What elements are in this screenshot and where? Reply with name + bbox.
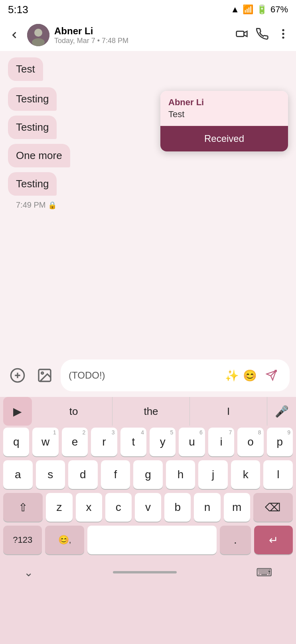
- tooltip-header: Abner Li Test: [160, 91, 288, 126]
- suggestions-expand-button[interactable]: ▶: [3, 397, 32, 426]
- message-input-text[interactable]: (TODO!): [69, 370, 221, 381]
- header-actions: [235, 27, 290, 43]
- message-input-field[interactable]: (TODO!) ✨ 😊: [61, 359, 290, 391]
- svg-point-4: [282, 29, 284, 31]
- space-key[interactable]: [87, 526, 217, 554]
- avatar[interactable]: [27, 24, 49, 46]
- tooltip-action-label: Received: [204, 133, 244, 144]
- keyboard-row-1: q w1 e2 r3 t4 y5 u6 i7 o8 p9: [0, 426, 296, 458]
- battery-percent: 67%: [270, 4, 288, 15]
- key-j[interactable]: j: [198, 460, 228, 489]
- more-options-button[interactable]: [277, 27, 290, 43]
- key-s[interactable]: s: [36, 460, 65, 489]
- svg-point-9: [41, 372, 43, 374]
- key-d[interactable]: d: [68, 460, 98, 489]
- dot-key[interactable]: .: [220, 526, 251, 554]
- message-row: Testing: [8, 172, 288, 199]
- key-t[interactable]: t4: [120, 428, 146, 456]
- message-timestamp: 7:49 PM: [16, 200, 45, 210]
- suggestions-row: ▶ to the I 🎤: [0, 397, 296, 426]
- key-g[interactable]: g: [133, 460, 163, 489]
- shift-key[interactable]: ⇧: [3, 493, 43, 522]
- contact-info: Abner Li Today, Mar 7 • 7:48 PM: [54, 26, 231, 45]
- collapse-keyboard-button[interactable]: ⌄: [24, 566, 33, 579]
- keyboard-row-4: ?123 😊, . ↵: [0, 524, 296, 556]
- key-a[interactable]: a: [3, 460, 33, 489]
- enter-key[interactable]: ↵: [254, 526, 293, 554]
- keyboard-bottom-bar: ⌄ ⌨: [0, 556, 296, 588]
- tooltip-sender: Abner Li: [168, 97, 280, 108]
- key-m[interactable]: m: [224, 493, 250, 522]
- chat-subtitle: Today, Mar 7 • 7:48 PM: [54, 37, 231, 45]
- key-c[interactable]: c: [105, 493, 132, 522]
- key-h[interactable]: h: [166, 460, 195, 489]
- backspace-key[interactable]: ⌫: [253, 493, 293, 522]
- key-i[interactable]: i7: [208, 428, 234, 456]
- key-r[interactable]: r3: [91, 428, 117, 456]
- contact-name: Abner Li: [54, 26, 231, 37]
- key-y[interactable]: y5: [150, 428, 176, 456]
- key-p[interactable]: p9: [267, 428, 293, 456]
- svg-point-5: [282, 33, 284, 35]
- keyboard: ▶ to the I 🎤 q w1 e2 r3 t4 y5 u6 i7 o8 p…: [0, 397, 296, 644]
- key-o[interactable]: o8: [237, 428, 263, 456]
- attach-plus-button[interactable]: [6, 364, 29, 387]
- timestamp-row: 7:49 PM 🔒: [16, 200, 288, 210]
- chat-area: Test Abner Li Test Received Testing Test…: [0, 51, 296, 354]
- status-bar: 5:13 ▲ 📶 🔋 67%: [0, 0, 296, 19]
- sparkle-icon[interactable]: ✨: [225, 369, 239, 382]
- status-icons: ▲ 📶 🔋 67%: [231, 4, 288, 15]
- message-bubble-testing-3[interactable]: Testing: [8, 172, 57, 196]
- key-q[interactable]: q: [3, 428, 29, 456]
- emoji-comma-key[interactable]: 😊,: [45, 526, 84, 554]
- microphone-button[interactable]: 🎤: [267, 397, 296, 426]
- key-w[interactable]: w1: [32, 428, 58, 456]
- key-x[interactable]: x: [76, 493, 102, 522]
- keyboard-row-3: ⇧ z x c v b n m ⌫: [0, 491, 296, 524]
- svg-point-10: [275, 370, 277, 372]
- svg-point-2: [32, 38, 45, 46]
- image-attach-button[interactable]: [34, 364, 56, 387]
- keyboard-switch-button[interactable]: ⌨: [256, 566, 272, 579]
- input-field-actions: ✨ 😊: [225, 369, 257, 382]
- numbers-key[interactable]: ?123: [3, 526, 42, 554]
- key-k[interactable]: k: [231, 460, 260, 489]
- emoji-icon[interactable]: 😊: [243, 369, 257, 382]
- key-e[interactable]: e2: [62, 428, 88, 456]
- video-call-button[interactable]: [235, 27, 248, 43]
- message-bubble-one-more[interactable]: One more: [8, 144, 70, 167]
- key-f[interactable]: f: [101, 460, 130, 489]
- key-l[interactable]: l: [263, 460, 293, 489]
- suggestion-word-2[interactable]: the: [112, 397, 190, 426]
- chat-header: Abner Li Today, Mar 7 • 7:48 PM: [0, 19, 296, 51]
- signal-icon: 📶: [243, 4, 253, 15]
- home-indicator: [113, 571, 177, 573]
- wifi-icon: ▲: [231, 4, 239, 15]
- svg-point-1: [34, 29, 42, 37]
- key-v[interactable]: v: [135, 493, 161, 522]
- phone-call-button[interactable]: [256, 27, 269, 43]
- message-tooltip[interactable]: Abner Li Test Received: [160, 91, 288, 151]
- message-bubble-sent[interactable]: Test: [8, 57, 43, 81]
- message-bubble-testing-1[interactable]: Testing: [8, 87, 57, 111]
- suggestion-word-3[interactable]: I: [190, 397, 267, 426]
- svg-point-6: [282, 36, 284, 38]
- suggestion-word-1[interactable]: to: [35, 397, 112, 426]
- message-bubble-testing-2[interactable]: Testing: [8, 116, 57, 139]
- send-button[interactable]: [261, 365, 282, 386]
- input-bar: (TODO!) ✨ 😊: [0, 354, 296, 397]
- key-z[interactable]: z: [46, 493, 72, 522]
- back-button[interactable]: [6, 27, 22, 43]
- key-u[interactable]: u6: [179, 428, 205, 456]
- message-row: Test: [8, 57, 288, 84]
- status-time: 5:13: [8, 4, 28, 16]
- tooltip-message: Test: [168, 109, 280, 120]
- key-b[interactable]: b: [164, 493, 191, 522]
- svg-rect-3: [237, 31, 244, 36]
- keyboard-row-2: a s d f g h j k l: [0, 458, 296, 491]
- battery-icon: 🔋: [257, 4, 267, 15]
- lock-icon: 🔒: [48, 201, 57, 210]
- key-n[interactable]: n: [194, 493, 220, 522]
- tooltip-action-button[interactable]: Received: [160, 126, 288, 151]
